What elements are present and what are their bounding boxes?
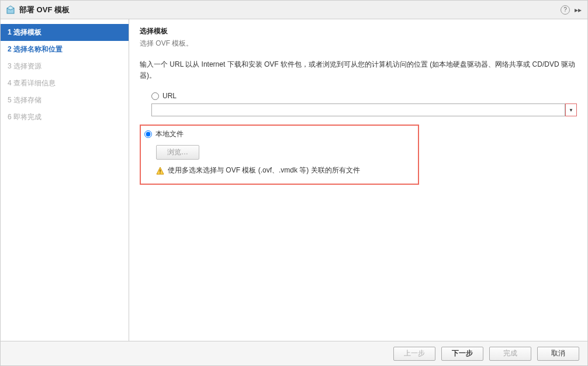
step-select-name-location[interactable]: 2 选择名称和位置 — [1, 41, 129, 58]
step-num: 6 — [8, 113, 12, 121]
step-num: 5 — [8, 96, 12, 104]
url-input-row: ▼ — [140, 103, 577, 116]
ovf-box-icon — [5, 5, 16, 15]
step-label: 选择资源 — [13, 62, 41, 70]
main-panel: 选择模板 选择 OVF 模板。 输入一个 URL 以从 Internet 下载和… — [129, 19, 587, 341]
browse-button[interactable]: 浏览… — [156, 145, 199, 160]
dialog-deploy-ovf: 部署 OVF 模板 ? ▸▸ 1 选择模板 2 选择名称和位置 3 选择资源 4… — [0, 0, 588, 366]
section-title: 选择模板 — [140, 26, 577, 36]
titlebar: 部署 OVF 模板 ? ▸▸ — [1, 1, 587, 19]
warning-text: 使用多选来选择与 OVF 模板 (.ovf、.vmdk 等) 关联的所有文件 — [168, 165, 360, 175]
wizard-footer: 上一步 下一步 完成 取消 — [1, 341, 587, 365]
local-file-radio[interactable] — [144, 130, 152, 138]
step-num: 4 — [8, 79, 12, 87]
warning-row: 使用多选来选择与 OVF 模板 (.ovf、.vmdk 等) 关联的所有文件 — [156, 165, 412, 175]
step-label: 选择名称和位置 — [13, 45, 63, 53]
step-label: 查看详细信息 — [13, 79, 56, 87]
local-file-radio-label: 本地文件 — [155, 129, 184, 139]
svg-rect-4 — [160, 172, 160, 173]
chevron-down-icon: ▼ — [569, 108, 573, 113]
url-input[interactable] — [151, 103, 565, 116]
content-area: 1 选择模板 2 选择名称和位置 3 选择资源 4 查看详细信息 5 选择存储 … — [1, 19, 587, 341]
step-select-resource: 3 选择资源 — [1, 58, 129, 75]
help-icon[interactable]: ? — [561, 5, 570, 15]
step-label: 选择存储 — [13, 96, 41, 104]
warning-icon — [156, 167, 164, 175]
step-num: 2 — [8, 45, 12, 53]
step-ready-complete: 6 即将完成 — [1, 109, 129, 126]
url-dropdown-button[interactable]: ▼ — [565, 103, 577, 116]
instructions-text: 输入一个 URL 以从 Internet 下载和安装 OVF 软件包，或者浏览到… — [140, 59, 577, 81]
dialog-title: 部署 OVF 模板 — [19, 5, 561, 15]
step-num: 3 — [8, 62, 12, 70]
back-button[interactable]: 上一步 — [393, 347, 435, 361]
step-num: 1 — [8, 28, 12, 36]
finish-button[interactable]: 完成 — [489, 347, 531, 361]
section-subtitle: 选择 OVF 模板。 — [140, 39, 577, 49]
url-radio[interactable] — [151, 92, 159, 100]
wizard-sidebar: 1 选择模板 2 选择名称和位置 3 选择资源 4 查看详细信息 5 选择存储 … — [1, 19, 129, 341]
local-option-row: 本地文件 — [144, 129, 412, 139]
cancel-button[interactable]: 取消 — [537, 347, 579, 361]
step-label: 即将完成 — [13, 113, 41, 121]
local-file-group: 本地文件 浏览… 使用多选来选择与 OVF 模板 (.ovf、.vmdk 等) … — [140, 125, 419, 185]
step-select-storage: 5 选择存储 — [1, 92, 129, 109]
svg-rect-3 — [160, 170, 160, 172]
popout-icon[interactable]: ▸▸ — [573, 6, 583, 14]
url-option-row: URL — [140, 92, 577, 100]
url-radio-label: URL — [162, 92, 177, 100]
next-button[interactable]: 下一步 — [441, 347, 483, 361]
step-review-details: 4 查看详细信息 — [1, 75, 129, 92]
step-select-template[interactable]: 1 选择模板 — [1, 24, 129, 41]
step-label: 选择模板 — [13, 28, 41, 36]
